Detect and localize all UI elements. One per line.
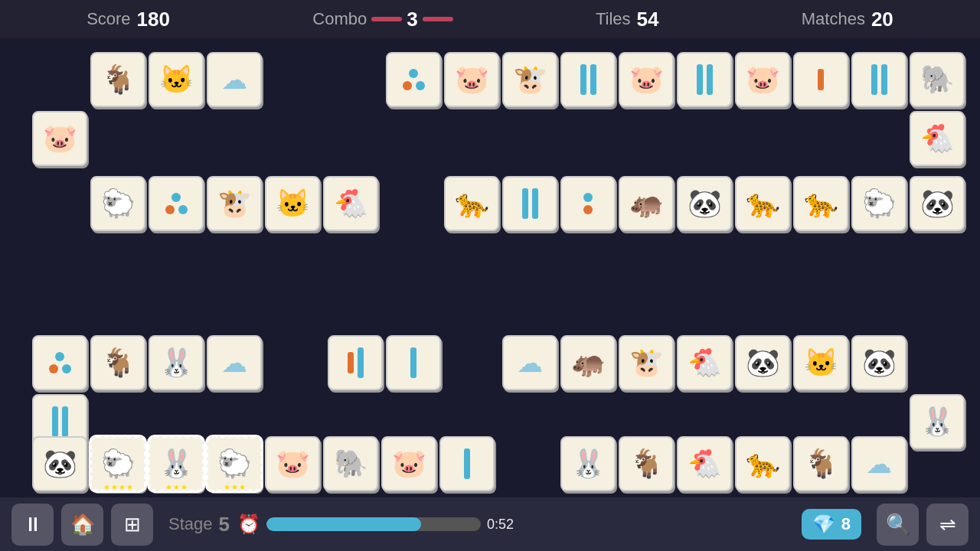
tile-pig-small-1[interactable]: 🐷 bbox=[32, 111, 87, 166]
tile-bars-blue-4[interactable] bbox=[502, 176, 557, 231]
tile-cow-1[interactable]: 🐮 bbox=[502, 52, 557, 107]
timer-section: ⏰ 0:52 bbox=[237, 514, 794, 535]
search-button[interactable]: 🔍 bbox=[877, 504, 919, 546]
tile-pig-4[interactable]: 🐷 bbox=[735, 52, 790, 107]
tile-rabbit-3[interactable]: 🐰 bbox=[560, 436, 616, 491]
timer-icon: ⏰ bbox=[237, 514, 260, 535]
grid-button[interactable]: ⊞ bbox=[111, 504, 153, 546]
tile-dots-1[interactable] bbox=[386, 52, 441, 107]
tile-sheep-1[interactable]: 🐑 bbox=[90, 176, 145, 231]
tile-bars-blue-2[interactable] bbox=[677, 52, 732, 107]
combo-line-left bbox=[371, 17, 402, 21]
tile-elephant-1[interactable]: 🐘 bbox=[910, 52, 965, 107]
tile-leopard-4[interactable]: 🐆 bbox=[735, 436, 790, 491]
tile-goat-2[interactable]: 🐐 bbox=[90, 335, 145, 390]
gem-section: 💎 8 bbox=[802, 509, 861, 540]
tile-leopard-2[interactable]: 🐆 bbox=[735, 176, 790, 231]
tile-panda-1[interactable]: 🐼 bbox=[677, 176, 732, 231]
tile-pig-5[interactable]: 🐷 bbox=[265, 436, 320, 491]
home-button[interactable]: 🏠 bbox=[61, 504, 103, 546]
tile-cat-2[interactable]: 🐱 bbox=[265, 176, 320, 231]
tile-goat-4[interactable]: 🐐 bbox=[793, 436, 848, 491]
tile-cloud-2[interactable]: ☁ bbox=[207, 335, 262, 390]
score-label: Score bbox=[87, 9, 130, 29]
tile-leopard-1[interactable]: 🐆 bbox=[444, 176, 499, 231]
tile-chicken-4[interactable]: 🐔 bbox=[677, 436, 732, 491]
tile-hippo-2[interactable]: 🦛 bbox=[560, 335, 616, 390]
pause-button[interactable]: ⏸ bbox=[11, 504, 54, 546]
combo-group: Combo 3 bbox=[312, 8, 452, 31]
tile-cloud-4[interactable]: ☁ bbox=[851, 436, 906, 491]
tile-cat-1[interactable]: 🐱 bbox=[149, 52, 204, 107]
tile-rabbit-2[interactable]: 🐰 bbox=[910, 394, 965, 449]
tile-cow-3[interactable]: 🐮 bbox=[619, 335, 674, 390]
tile-panda-5[interactable]: 🐼 bbox=[32, 436, 87, 491]
tile-bars-blue-7[interactable] bbox=[439, 436, 495, 491]
timer-bar-background bbox=[266, 517, 481, 531]
tile-panda-4[interactable]: 🐼 bbox=[851, 335, 906, 390]
tile-dots-3[interactable] bbox=[560, 176, 616, 231]
tile-panda-3[interactable]: 🐼 bbox=[735, 335, 790, 390]
tiles-value: 54 bbox=[637, 8, 659, 31]
tile-sheep-selected-1[interactable]: 🐑 ★★★★ bbox=[90, 436, 145, 491]
tile-bars-blue-1[interactable] bbox=[560, 52, 616, 107]
tiles-label: Tiles bbox=[596, 9, 631, 29]
stage-label: Stage bbox=[168, 514, 213, 534]
tile-cow-2[interactable]: 🐮 bbox=[207, 176, 262, 231]
stage-number: 5 bbox=[219, 513, 230, 536]
tile-chicken-2[interactable]: 🐔 bbox=[323, 176, 378, 231]
tile-chicken-1[interactable]: 🐔 bbox=[910, 111, 965, 166]
tile-sheep-2[interactable]: 🐑 bbox=[851, 176, 906, 231]
tile-dots-2[interactable] bbox=[149, 176, 204, 231]
tile-pig-3[interactable]: 🐷 bbox=[619, 52, 674, 107]
game-board: 🐐 🐱 ☁ 🐷 🐷 🐮 🐷 🐷 🐘 � bbox=[0, 38, 980, 497]
tile-goat-1[interactable]: 🐐 bbox=[90, 52, 145, 107]
tile-panda-2[interactable]: 🐼 bbox=[910, 176, 965, 231]
gem-icon: 💎 bbox=[812, 514, 835, 535]
tile-pig-2[interactable]: 🐷 bbox=[444, 52, 499, 107]
header-bar: Score 180 Combo 3 Tiles 54 Matches 20 bbox=[0, 0, 980, 38]
tile-dots-4[interactable] bbox=[32, 335, 87, 390]
tile-elephant-2[interactable]: 🐘 bbox=[323, 436, 378, 491]
tile-goat-3[interactable]: 🐐 bbox=[619, 436, 674, 491]
matches-label: Matches bbox=[802, 9, 865, 29]
tile-leopard-3[interactable]: 🐆 bbox=[793, 176, 848, 231]
tile-cloud-3[interactable]: ☁ bbox=[502, 335, 557, 390]
combo-value: 3 bbox=[407, 8, 417, 31]
score-value: 180 bbox=[137, 8, 170, 31]
tile-sheep-selected-2[interactable]: 🐑 ★★★ bbox=[207, 436, 262, 491]
tiles-group: Tiles 54 bbox=[596, 8, 659, 31]
matches-group: Matches 20 bbox=[802, 8, 893, 31]
stage-info: Stage 5 bbox=[168, 513, 230, 536]
tile-bars-orange-1[interactable] bbox=[793, 52, 848, 107]
timer-text: 0:52 bbox=[487, 517, 521, 533]
gem-count: 8 bbox=[841, 514, 851, 534]
tile-cat-3[interactable]: 🐱 bbox=[793, 335, 848, 390]
tile-bars-mixed-1[interactable] bbox=[328, 335, 383, 390]
tile-cloud-1[interactable]: ☁ bbox=[207, 52, 262, 107]
shuffle-button[interactable]: ⇌ bbox=[926, 504, 969, 546]
combo-line-right bbox=[423, 17, 453, 21]
matches-value: 20 bbox=[871, 8, 893, 31]
score-group: Score 180 bbox=[87, 8, 170, 31]
tile-hippo-1[interactable]: 🦛 bbox=[619, 176, 674, 231]
footer-bar: ⏸ 🏠 ⊞ Stage 5 ⏰ 0:52 💎 8 🔍 ⇌ bbox=[0, 497, 980, 551]
tile-bars-blue-5[interactable] bbox=[386, 335, 441, 390]
tile-chicken-3[interactable]: 🐔 bbox=[677, 335, 732, 390]
tile-rabbit-1[interactable]: 🐰 bbox=[149, 335, 204, 390]
timer-bar-fill bbox=[266, 517, 421, 531]
tile-pig-6[interactable]: 🐷 bbox=[381, 436, 436, 491]
tile-bars-blue-3[interactable] bbox=[851, 52, 906, 107]
combo-label: Combo bbox=[312, 9, 367, 29]
tile-rabbit-selected[interactable]: 🐰 ★★★ bbox=[149, 436, 204, 491]
